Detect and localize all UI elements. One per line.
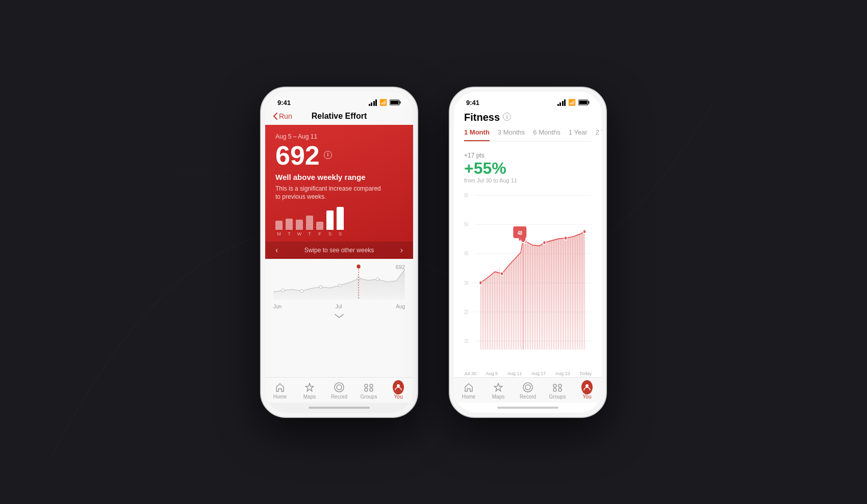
weekly-label: Well above weekly range bbox=[275, 173, 403, 181]
bar-m: M bbox=[275, 221, 283, 236]
tab-home-2[interactable]: Home bbox=[456, 382, 481, 400]
signal-icon-2 bbox=[557, 99, 566, 106]
tab-groups-label-1: Groups bbox=[361, 394, 377, 400]
tab-you-1[interactable]: You bbox=[386, 382, 411, 400]
tab-maps-1[interactable]: Maps bbox=[297, 382, 322, 400]
date-range: Aug 5 – Aug 11 bbox=[275, 133, 403, 140]
tab-2years[interactable]: 2 Years bbox=[596, 128, 602, 141]
dot-aug23 bbox=[564, 236, 567, 240]
tl-jul: Jul bbox=[336, 304, 342, 309]
nav-title: Relative Effort bbox=[312, 112, 367, 121]
x-jul30: Jul 30 bbox=[464, 371, 476, 376]
period-tabs: 1 Month 3 Months 6 Months 1 Year 2 Years bbox=[464, 128, 592, 142]
svg-rect-1 bbox=[400, 101, 401, 104]
info-icon[interactable]: i bbox=[324, 151, 332, 159]
dot-aug5 bbox=[500, 272, 503, 276]
svg-point-16 bbox=[370, 388, 373, 391]
you-icon-1 bbox=[393, 382, 404, 393]
pct-value: +55% bbox=[464, 160, 592, 176]
y-30: 30 bbox=[464, 280, 468, 285]
svg-point-72 bbox=[523, 383, 532, 392]
svg-point-15 bbox=[365, 388, 368, 391]
tab-record-label-2: Record bbox=[520, 394, 536, 400]
next-week-btn[interactable]: › bbox=[400, 246, 403, 255]
battery-icon bbox=[390, 99, 401, 105]
nav-header-1: Run Relative Effort bbox=[265, 109, 413, 125]
back-label: Run bbox=[279, 112, 292, 120]
pts-label: +17 pts bbox=[464, 152, 592, 159]
fitness-info-icon[interactable]: i bbox=[503, 113, 511, 121]
battery-icon-2 bbox=[578, 99, 590, 105]
time-1: 9:41 bbox=[277, 99, 291, 107]
svg-point-5 bbox=[319, 285, 322, 288]
svg-point-75 bbox=[558, 384, 562, 387]
fitness-title: Fitness i bbox=[464, 112, 592, 123]
tab-6months[interactable]: 6 Months bbox=[533, 128, 560, 141]
x-aug17: Aug 17 bbox=[531, 371, 546, 376]
wifi-icon: 📶 bbox=[379, 99, 387, 106]
x-aug5: Aug 5 bbox=[486, 371, 498, 376]
bar-f: F bbox=[316, 222, 323, 236]
bar-s2: S bbox=[337, 207, 344, 236]
svg-point-17 bbox=[397, 384, 400, 387]
dot-jul30 bbox=[479, 281, 482, 285]
x-today: Today bbox=[579, 371, 592, 376]
svg-rect-2 bbox=[391, 101, 399, 104]
time-2: 9:41 bbox=[466, 99, 479, 107]
weekly-description: This is a significant increase compared … bbox=[275, 184, 388, 202]
swipe-text: Swipe to see other weeks bbox=[304, 247, 374, 254]
status-bar-2: 9:41 📶 bbox=[454, 92, 602, 109]
bar-w: W bbox=[296, 220, 303, 236]
svg-rect-20 bbox=[579, 101, 588, 104]
tab-record-1[interactable]: Record bbox=[326, 382, 352, 400]
y-10: 10 bbox=[464, 338, 468, 343]
home-icon-2 bbox=[463, 382, 474, 393]
chevron-down-icon[interactable] bbox=[334, 313, 344, 319]
you-icon-2 bbox=[581, 382, 593, 393]
tl-jun: Jun bbox=[273, 304, 282, 309]
svg-point-73 bbox=[525, 385, 530, 390]
groups-icon-2 bbox=[552, 382, 563, 393]
status-bar-1: 9:41 📶 bbox=[265, 92, 413, 109]
maps-icon-2 bbox=[493, 382, 504, 393]
tab-maps-2[interactable]: Maps bbox=[486, 382, 511, 400]
tab-home-label-1: Home bbox=[273, 394, 287, 400]
groups-icon bbox=[363, 382, 374, 393]
swipe-hint: ‹ Swipe to see other weeks › bbox=[265, 242, 413, 259]
timeline-chart bbox=[273, 264, 405, 300]
svg-point-3 bbox=[282, 289, 285, 292]
tl-aug: Aug bbox=[396, 304, 405, 309]
tab-1year[interactable]: 1 Year bbox=[569, 128, 588, 141]
dot-today bbox=[583, 229, 586, 233]
tab-groups-2[interactable]: Groups bbox=[545, 382, 570, 400]
y-50: 50 bbox=[464, 222, 468, 227]
back-button[interactable]: Run bbox=[273, 112, 292, 120]
tab-groups-1[interactable]: Groups bbox=[356, 382, 381, 400]
svg-point-76 bbox=[553, 388, 556, 391]
tab-you-2[interactable]: You bbox=[574, 382, 600, 400]
wifi-icon-2: 📶 bbox=[568, 99, 576, 106]
tab-record-2[interactable]: Record bbox=[515, 382, 541, 400]
bar-s1: S bbox=[326, 210, 334, 236]
svg-point-78 bbox=[585, 384, 589, 387]
tab-maps-label-1: Maps bbox=[303, 394, 316, 400]
x-aug11: Aug 11 bbox=[507, 371, 522, 376]
home-indicator-1 bbox=[265, 403, 413, 413]
tab-home-1[interactable]: Home bbox=[267, 382, 293, 400]
prev-week-btn[interactable]: ‹ bbox=[275, 246, 278, 255]
fitness-chart: 60 50 40 30 20 10 bbox=[464, 188, 592, 369]
tab-home-label-2: Home bbox=[462, 394, 476, 400]
tab-1month[interactable]: 1 Month bbox=[464, 128, 490, 141]
chart-x-labels: Jul 30 Aug 5 Aug 11 Aug 17 Aug 23 Today bbox=[454, 371, 602, 377]
phone-relative-effort: 9:41 📶 bbox=[260, 87, 418, 418]
weekly-bar-chart: M T W T F bbox=[275, 208, 403, 236]
fitness-chart-container: 60 50 40 30 20 10 bbox=[454, 188, 602, 371]
tab-groups-label-2: Groups bbox=[549, 394, 566, 400]
status-icons-2: 📶 bbox=[557, 99, 590, 106]
tab-bar-2: Home Maps Record bbox=[454, 377, 602, 403]
svg-point-8 bbox=[376, 278, 379, 281]
maps-icon bbox=[304, 382, 315, 393]
svg-point-13 bbox=[365, 384, 368, 387]
svg-rect-19 bbox=[589, 101, 590, 104]
tab-3months[interactable]: 3 Months bbox=[498, 128, 525, 141]
